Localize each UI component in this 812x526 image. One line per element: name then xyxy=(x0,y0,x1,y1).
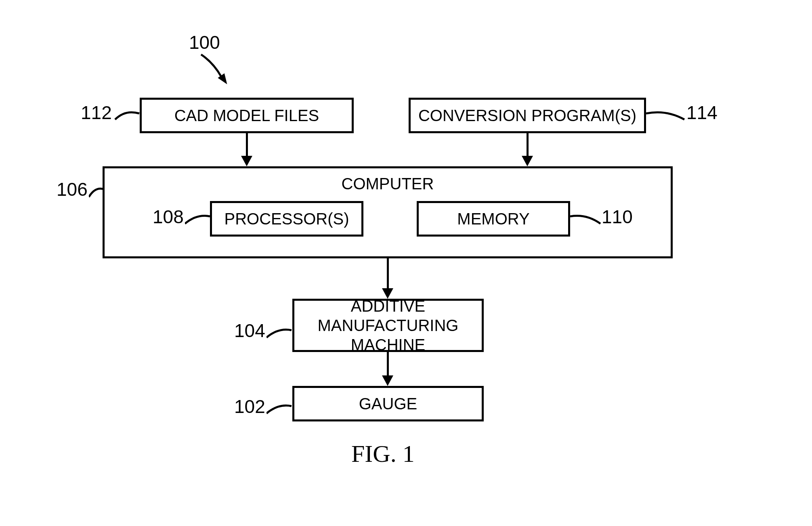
arrow-cad-to-computer-head xyxy=(241,156,252,166)
box-amm: ADDITIVE MANUFACTURING MACHINE xyxy=(292,299,484,352)
ref-104: 104 xyxy=(234,320,265,342)
leader-108 xyxy=(185,212,212,228)
box-computer-label: COMPUTER xyxy=(105,174,671,193)
box-amm-label: ADDITIVE MANUFACTURING MACHINE xyxy=(302,296,474,354)
box-conv-label: CONVERSION PROGRAM(S) xyxy=(418,106,636,125)
box-cad-label: CAD MODEL FILES xyxy=(174,106,319,125)
box-memory: MEMORY xyxy=(417,201,570,237)
box-proc-label: PROCESSOR(S) xyxy=(225,209,349,228)
leader-102 xyxy=(266,401,293,417)
ref-106: 106 xyxy=(57,178,88,200)
ref-112: 112 xyxy=(81,102,112,124)
box-mem-label: MEMORY xyxy=(457,209,529,228)
arrow-amm-to-gauge-line xyxy=(387,352,389,377)
box-cad-model-files: CAD MODEL FILES xyxy=(140,98,354,133)
leader-114 xyxy=(646,107,686,124)
leader-112 xyxy=(113,107,141,124)
box-processors: PROCESSOR(S) xyxy=(210,201,363,237)
arrow-computer-to-amm-line xyxy=(387,258,389,290)
leader-106 xyxy=(89,185,105,201)
arrow-amm-to-gauge-head xyxy=(382,375,393,386)
box-conversion-programs: CONVERSION PROGRAM(S) xyxy=(409,98,646,133)
arrow-conv-to-computer-line xyxy=(527,133,529,157)
ref-100: 100 xyxy=(189,31,220,53)
ref-114: 114 xyxy=(686,102,718,124)
ref-110: 110 xyxy=(602,206,633,228)
ref-108: 108 xyxy=(153,206,184,228)
ref-102: 102 xyxy=(234,396,265,417)
leader-110 xyxy=(570,212,602,228)
box-gauge-label: GAUGE xyxy=(359,394,417,413)
arrow-conv-to-computer-head xyxy=(522,156,533,166)
leader-104 xyxy=(266,325,293,342)
arrow-cad-to-computer-line xyxy=(246,133,248,157)
figure-caption: FIG. 1 xyxy=(351,440,415,468)
box-gauge: GAUGE xyxy=(292,386,484,421)
